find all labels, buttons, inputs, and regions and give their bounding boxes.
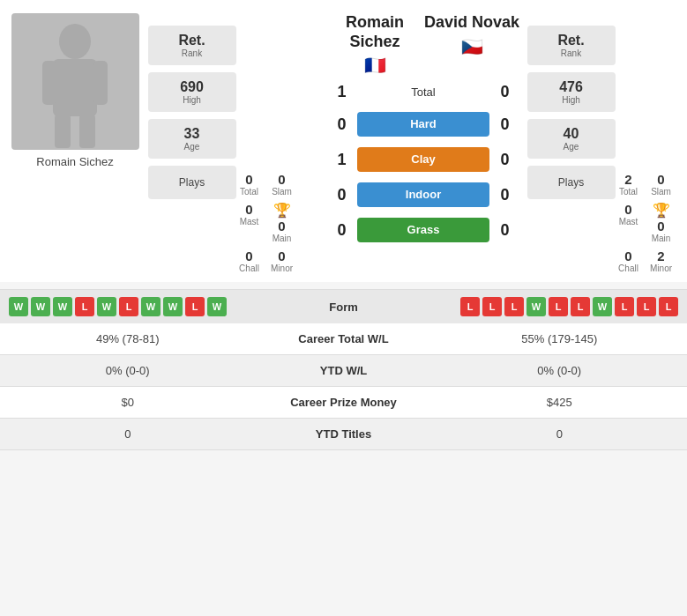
left-form-badge: W xyxy=(9,297,28,316)
left-player-big-name: Romain Sichez xyxy=(346,13,404,51)
left-age-value: 33 xyxy=(157,126,228,142)
stats-cell-right: 0% (0-0) xyxy=(432,355,688,386)
surface-rows: 1 Total 0 0 Hard 0 1 Clay 0 0 xyxy=(326,83,520,248)
right-mast-value: 0 xyxy=(624,202,631,217)
left-mast-stat: 0 Mast xyxy=(238,202,260,243)
left-trophy-icon: 🏆 xyxy=(273,202,291,219)
left-rank-value: Ret. xyxy=(157,33,228,48)
stats-cell-left: 49% (78-81) xyxy=(0,323,256,354)
right-rank-value: Ret. xyxy=(536,33,607,48)
left-age-label: Age xyxy=(157,142,228,152)
stats-cell-middle: YTD Titles xyxy=(256,419,432,449)
right-form-badge: L xyxy=(571,297,590,316)
left-rank-label: Rank xyxy=(157,48,228,58)
right-player-big-name: David Novak xyxy=(424,13,519,33)
clay-button[interactable]: Clay xyxy=(357,147,489,172)
stats-row: 0YTD Titles0 xyxy=(0,419,687,450)
hard-right-score: 0 xyxy=(489,115,520,134)
stats-section: 49% (78-81)Career Total W/L55% (179-145)… xyxy=(0,323,687,450)
stats-cell-right: 55% (179-145) xyxy=(432,323,688,354)
svg-rect-2 xyxy=(42,61,56,105)
right-flag: 🇨🇿 xyxy=(461,36,483,57)
right-form-badge: L xyxy=(659,297,678,316)
right-slam-stat: 0 Slam xyxy=(650,172,672,197)
main-container: Romain Sichez Ret. Rank 690 High 33 Age … xyxy=(0,0,687,450)
right-form-badge: L xyxy=(615,297,634,316)
right-high-value: 476 xyxy=(536,79,607,95)
right-stats-panels: Ret. Rank 476 High 40 Age Plays xyxy=(525,13,617,273)
left-plays-label: Plays xyxy=(157,176,228,189)
stats-cell-left: 0% (0-0) xyxy=(0,355,256,386)
left-mast-value: 0 xyxy=(245,202,252,217)
stats-cell-left: $0 xyxy=(0,387,256,418)
right-rank-panel: Ret. Rank xyxy=(527,26,616,65)
left-form-badge: L xyxy=(185,297,205,316)
indoor-right-score: 0 xyxy=(489,186,520,204)
left-form-badge: W xyxy=(31,297,50,316)
left-form-badge: L xyxy=(75,297,94,316)
svg-rect-4 xyxy=(55,115,71,148)
left-minor-stat: 0 Minor xyxy=(271,249,293,273)
clay-right-score: 0 xyxy=(489,151,520,169)
left-age-panel: 33 Age xyxy=(148,119,236,159)
right-age-label: Age xyxy=(536,142,607,152)
right-player-header: David Novak 🇨🇿 xyxy=(423,13,520,76)
left-plays-panel: Plays xyxy=(148,166,236,199)
right-high-label: High xyxy=(536,95,607,105)
right-minor-value: 2 xyxy=(657,249,664,263)
left-stats-panels: Ret. Rank 690 High 33 Age Plays xyxy=(146,13,238,273)
grass-right-score: 0 xyxy=(489,221,520,240)
stats-cell-middle: Career Total W/L xyxy=(256,323,432,354)
right-form-badges: LLLWLLWLLL xyxy=(397,297,679,316)
right-slam-label: Slam xyxy=(651,187,671,197)
stats-row: 0% (0-0)YTD W/L0% (0-0) xyxy=(0,355,687,387)
left-total-value: 0 xyxy=(245,172,252,187)
left-player-photo xyxy=(11,13,139,150)
left-total-stat: 0 Total xyxy=(238,172,260,197)
form-label: Form xyxy=(291,301,397,314)
right-total-value: 2 xyxy=(624,172,631,187)
right-age-value: 40 xyxy=(536,126,607,142)
svg-point-0 xyxy=(59,24,91,59)
left-form-badge: W xyxy=(207,297,227,316)
svg-rect-5 xyxy=(79,115,95,148)
left-mast-label: Mast xyxy=(240,217,259,226)
stats-cell-left: 0 xyxy=(0,419,256,449)
svg-rect-3 xyxy=(93,61,108,105)
indoor-button[interactable]: Indoor xyxy=(357,182,489,207)
right-chall-stat: 0 Chall xyxy=(617,249,639,273)
hard-left-score: 0 xyxy=(326,115,357,134)
right-form-badge: L xyxy=(549,297,568,316)
left-form-badge: W xyxy=(97,297,116,316)
left-slam-value: 0 xyxy=(278,172,285,187)
right-plays-panel: Plays xyxy=(527,166,616,199)
right-form-badge: L xyxy=(482,297,502,316)
right-mini-stats: 2 Total 0 Slam 0 Mast 🏆 0 Main 0 xyxy=(617,13,687,273)
clay-row: 1 Clay 0 xyxy=(326,147,520,172)
stats-row: 49% (78-81)Career Total W/L55% (179-145) xyxy=(0,323,687,355)
left-player-name: Romain Sichez xyxy=(36,155,113,168)
right-form-badge: W xyxy=(593,297,612,316)
right-minor-stat: 2 Minor xyxy=(650,249,672,273)
stats-cell-right: 0 xyxy=(432,419,688,449)
stats-cell-middle: YTD W/L xyxy=(256,355,432,386)
player-names-row: Romain Sichez 🇫🇷 David Novak 🇨🇿 xyxy=(326,13,520,76)
stats-cell-middle: Career Prize Money xyxy=(256,387,432,418)
grass-button[interactable]: Grass xyxy=(357,218,489,242)
right-plays-label: Plays xyxy=(536,176,607,189)
left-high-label: High xyxy=(157,95,228,105)
left-slam-stat: 0 Slam xyxy=(271,172,293,197)
left-total-label: Total xyxy=(240,187,258,197)
indoor-row: 0 Indoor 0 xyxy=(326,182,520,207)
left-slam-label: Slam xyxy=(272,187,292,197)
left-player-header: Romain Sichez 🇫🇷 xyxy=(326,13,423,76)
form-section: WWWLWLWWLW Form LLLWLLWLLL xyxy=(0,289,687,323)
right-form-badge: L xyxy=(637,297,656,316)
left-form-badge: W xyxy=(141,297,161,316)
right-minor-label: Minor xyxy=(650,263,672,273)
right-chall-value: 0 xyxy=(624,249,631,263)
right-age-panel: 40 Age xyxy=(527,119,616,159)
right-rank-label: Rank xyxy=(536,48,607,58)
left-mini-stats: 0 Total 0 Slam 0 Mast 🏆 0 Main 0 xyxy=(238,13,322,273)
hard-button[interactable]: Hard xyxy=(357,112,489,137)
